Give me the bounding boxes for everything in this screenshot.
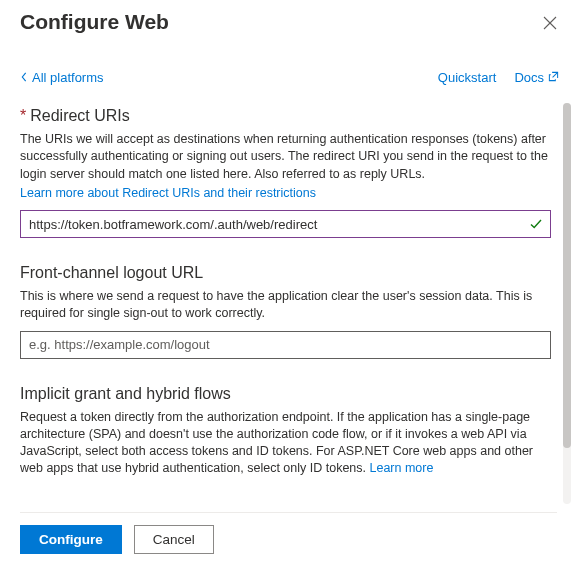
redirect-desc: The URIs we will accept as destinations … bbox=[20, 131, 551, 183]
back-all-platforms-link[interactable]: All platforms bbox=[20, 70, 104, 85]
topbar: All platforms Quickstart Docs bbox=[20, 36, 577, 95]
implicit-heading: Implicit grant and hybrid flows bbox=[20, 385, 551, 403]
redirect-uri-input[interactable] bbox=[20, 210, 551, 238]
checkmark-icon bbox=[529, 217, 543, 231]
footer: Configure Cancel bbox=[20, 512, 557, 568]
docs-label: Docs bbox=[514, 70, 544, 85]
back-link-label: All platforms bbox=[32, 70, 104, 85]
content: *Redirect URIs The URIs we will accept a… bbox=[20, 95, 551, 478]
close-button[interactable] bbox=[537, 10, 563, 36]
scroll-area: *Redirect URIs The URIs we will accept a… bbox=[20, 95, 577, 512]
logout-heading: Front-channel logout URL bbox=[20, 264, 551, 282]
implicit-desc: Request a token directly from the author… bbox=[20, 409, 551, 478]
scrollbar-track[interactable] bbox=[563, 103, 571, 504]
section-logout-url: Front-channel logout URL This is where w… bbox=[20, 264, 551, 359]
topbar-right-links: Quickstart Docs bbox=[438, 70, 559, 85]
redirect-learn-more-link[interactable]: Learn more about Redirect URIs and their… bbox=[20, 186, 316, 200]
cancel-button[interactable]: Cancel bbox=[134, 525, 214, 554]
redirect-heading: *Redirect URIs bbox=[20, 107, 551, 125]
panel-title: Configure Web bbox=[20, 10, 169, 34]
chevron-left-icon bbox=[20, 70, 28, 85]
configure-button[interactable]: Configure bbox=[20, 525, 122, 554]
scrollbar-thumb[interactable] bbox=[563, 103, 571, 448]
redirect-input-row bbox=[20, 210, 551, 238]
required-asterisk: * bbox=[20, 107, 26, 124]
section-implicit-grant: Implicit grant and hybrid flows Request … bbox=[20, 385, 551, 478]
section-redirect-uris: *Redirect URIs The URIs we will accept a… bbox=[20, 107, 551, 238]
logout-url-input[interactable] bbox=[20, 331, 551, 359]
quickstart-link[interactable]: Quickstart bbox=[438, 70, 497, 85]
docs-link[interactable]: Docs bbox=[514, 70, 559, 85]
close-icon bbox=[543, 16, 557, 33]
configure-web-panel: Configure Web All platforms Quickstart bbox=[0, 0, 577, 568]
quickstart-label: Quickstart bbox=[438, 70, 497, 85]
logout-input-row bbox=[20, 331, 551, 359]
content-fade bbox=[20, 494, 551, 512]
logout-desc: This is where we send a request to have … bbox=[20, 288, 551, 323]
svg-line-2 bbox=[553, 73, 558, 78]
panel-header: Configure Web bbox=[20, 0, 577, 36]
external-link-icon bbox=[548, 70, 559, 85]
implicit-learn-more-link[interactable]: Learn more bbox=[370, 461, 434, 475]
